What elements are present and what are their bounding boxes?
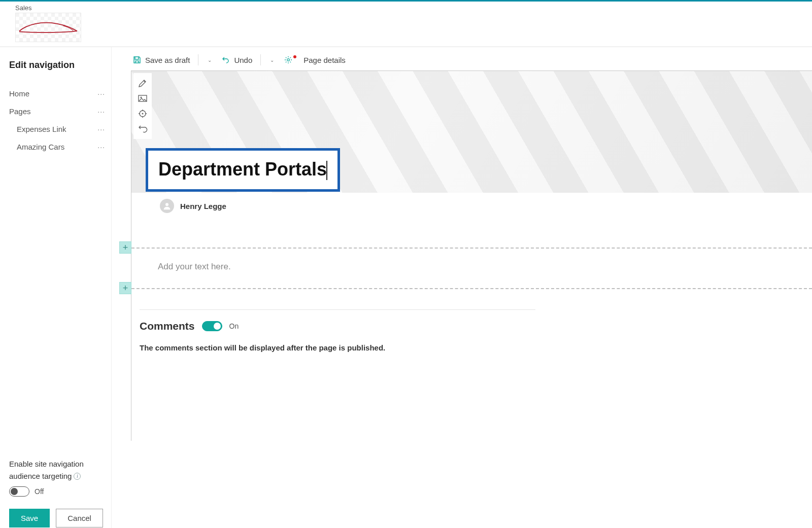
toolbar-separator [260,54,261,65]
edit-pencil-icon[interactable] [138,78,148,88]
section-divider-bottom: + [131,288,812,289]
undo-label: Undo [234,56,252,64]
divider-line [121,288,812,289]
sidebar-footer: Enable site navigation audience targetin… [0,452,111,529]
comments-title: Comments [140,320,195,332]
sidebar-button-row: Save Cancel [9,509,102,527]
undo-icon [222,56,230,64]
page-details-button[interactable]: Page details [282,55,348,65]
title-block: Department Portals Henry Legge [146,148,812,213]
nav-item-home[interactable]: Home ··· [9,85,108,102]
page-details-label: Page details [303,56,346,64]
comments-row: Comments On [140,320,535,332]
edit-navigation-sidebar: Edit navigation Home ··· Pages ··· Expen… [0,47,112,528]
car-logo-icon [18,17,79,38]
divider-line [121,248,812,249]
author-row[interactable]: Henry Legge [160,199,810,213]
audience-targeting-label: Enable site navigation audience targetin… [9,459,102,482]
sidebar-main: Edit navigation Home ··· Pages ··· Expen… [0,47,111,452]
comments-state-label: On [229,322,239,330]
save-button[interactable]: Save [9,509,50,527]
page-title-text: Department Portals [158,159,327,180]
toolbar-separator [198,54,198,65]
more-icon[interactable]: ··· [97,90,108,98]
nav-item-expenses-link[interactable]: Expenses Link ··· [9,120,108,138]
nav-label: Home [9,89,29,98]
page-toolbar: Save as draft ⌄ Undo ⌄ Page details [112,47,812,71]
info-icon[interactable]: i [74,473,81,480]
page-banner[interactable]: Department Portals Henry Legge [131,71,812,193]
notification-dot-icon [293,55,296,58]
gear-icon [284,56,292,64]
title-editor-selection[interactable]: Department Portals [146,148,340,192]
svg-point-4 [142,113,144,115]
add-section-button[interactable]: + [119,241,131,254]
main-editor: Save as draft ⌄ Undo ⌄ Page details [112,47,812,528]
svg-point-2 [141,97,142,98]
nav-label: Amazing Cars [17,143,64,151]
site-header: Sales [0,2,812,47]
audience-targeting-toggle[interactable] [9,486,29,497]
comments-note: The comments section will be displayed a… [140,343,535,352]
audience-toggle-row: Off [9,486,102,497]
nav-item-pages[interactable]: Pages ··· [9,102,108,120]
avatar [160,199,174,213]
svg-point-5 [165,203,168,206]
section-divider-top: + [131,248,812,249]
undo-button[interactable]: Undo [220,55,254,65]
save-icon [133,56,141,64]
site-logo[interactable] [15,13,81,42]
nav-label: Pages [9,107,31,116]
save-as-draft-button[interactable]: Save as draft [131,55,192,65]
more-icon[interactable]: ··· [97,108,108,116]
text-cursor [326,161,327,180]
comments-separator [140,309,535,310]
author-name: Henry Legge [180,202,226,210]
reset-icon[interactable] [138,124,148,134]
nav-label: Expenses Link [17,125,66,133]
site-name: Sales [15,4,797,12]
audience-label-line1: Enable site navigation [9,459,84,469]
toggle-state-label: Off [35,487,44,496]
nav-item-amazing-cars[interactable]: Amazing Cars ··· [9,138,108,156]
banner-tools [133,73,152,139]
page-body: Edit navigation Home ··· Pages ··· Expen… [0,47,812,528]
more-icon[interactable]: ··· [97,125,108,133]
comments-toggle[interactable] [202,321,222,331]
page-title[interactable]: Department Portals [158,159,327,180]
svg-point-0 [287,59,290,61]
focal-point-icon[interactable] [138,109,148,119]
image-icon[interactable] [138,93,148,103]
audience-label-line2: audience targeting [9,471,72,481]
undo-dropdown-chevron[interactable]: ⌄ [267,57,277,63]
save-as-draft-label: Save as draft [145,56,190,64]
comments-block: Comments On The comments section will be… [140,309,535,352]
more-icon[interactable]: ··· [97,143,108,151]
sidebar-title: Edit navigation [9,60,108,71]
text-webpart-placeholder[interactable]: Add your text here. [158,262,812,272]
cancel-button[interactable]: Cancel [56,509,103,527]
page-canvas: Department Portals Henry Legge + Add you… [131,71,812,441]
add-section-button[interactable]: + [119,282,131,294]
save-dropdown-chevron[interactable]: ⌄ [205,57,215,63]
